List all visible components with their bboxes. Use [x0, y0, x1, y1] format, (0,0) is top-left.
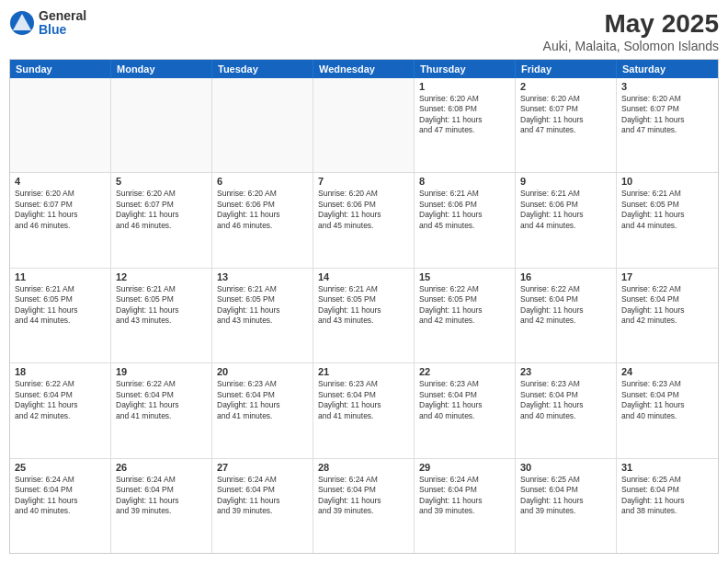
logo-text: General Blue	[39, 9, 86, 38]
day-number: 9	[520, 176, 611, 187]
day-header-wednesday: Wednesday	[313, 60, 415, 78]
day-info: Sunrise: 6:21 AM Sunset: 6:05 PM Dayligh…	[217, 284, 308, 327]
day-info: Sunrise: 6:24 AM Sunset: 6:04 PM Dayligh…	[419, 475, 510, 517]
day-header-tuesday: Tuesday	[212, 60, 313, 78]
day-cell-4: 4Sunrise: 6:20 AM Sunset: 6:07 PM Daylig…	[10, 173, 111, 267]
day-info: Sunrise: 6:22 AM Sunset: 6:05 PM Dayligh…	[419, 284, 510, 327]
day-cell-1: 1Sunrise: 6:20 AM Sunset: 6:08 PM Daylig…	[415, 78, 516, 172]
day-cell-8: 8Sunrise: 6:21 AM Sunset: 6:06 PM Daylig…	[415, 173, 516, 267]
day-info: Sunrise: 6:20 AM Sunset: 6:07 PM Dayligh…	[15, 189, 106, 231]
day-info: Sunrise: 6:23 AM Sunset: 6:04 PM Dayligh…	[520, 379, 611, 421]
day-number: 16	[520, 271, 611, 282]
day-cell-14: 14Sunrise: 6:21 AM Sunset: 6:05 PM Dayli…	[313, 269, 415, 362]
day-cell-19: 19Sunrise: 6:22 AM Sunset: 6:04 PM Dayli…	[111, 363, 212, 457]
calendar: SundayMondayTuesdayWednesdayThursdayFrid…	[9, 59, 719, 554]
day-number: 10	[621, 176, 713, 187]
day-number: 5	[116, 176, 207, 187]
logo-general-text: General	[39, 9, 86, 23]
day-cell-13: 13Sunrise: 6:21 AM Sunset: 6:05 PM Dayli…	[212, 269, 313, 362]
day-cell-6: 6Sunrise: 6:20 AM Sunset: 6:06 PM Daylig…	[212, 173, 313, 267]
day-info: Sunrise: 6:22 AM Sunset: 6:04 PM Dayligh…	[116, 379, 207, 421]
day-info: Sunrise: 6:24 AM Sunset: 6:04 PM Dayligh…	[15, 475, 106, 517]
day-cell-23: 23Sunrise: 6:23 AM Sunset: 6:04 PM Dayli…	[516, 363, 617, 457]
day-header-thursday: Thursday	[415, 60, 516, 78]
day-cell-18: 18Sunrise: 6:22 AM Sunset: 6:04 PM Dayli…	[10, 363, 111, 457]
day-number: 14	[318, 271, 409, 282]
logo-icon	[9, 10, 35, 36]
empty-cell	[10, 78, 111, 172]
day-cell-20: 20Sunrise: 6:23 AM Sunset: 6:04 PM Dayli…	[212, 363, 313, 457]
day-info: Sunrise: 6:20 AM Sunset: 6:07 PM Dayligh…	[520, 94, 611, 136]
day-number: 19	[116, 366, 207, 377]
day-number: 1	[419, 81, 510, 92]
day-info: Sunrise: 6:20 AM Sunset: 6:07 PM Dayligh…	[116, 189, 207, 231]
day-info: Sunrise: 6:20 AM Sunset: 6:06 PM Dayligh…	[318, 189, 409, 231]
day-number: 20	[217, 366, 308, 377]
day-cell-9: 9Sunrise: 6:21 AM Sunset: 6:06 PM Daylig…	[516, 173, 617, 267]
empty-cell	[212, 78, 313, 172]
day-cell-24: 24Sunrise: 6:23 AM Sunset: 6:04 PM Dayli…	[617, 363, 718, 457]
day-cell-25: 25Sunrise: 6:24 AM Sunset: 6:04 PM Dayli…	[10, 459, 111, 553]
day-number: 27	[217, 462, 308, 473]
day-cell-22: 22Sunrise: 6:23 AM Sunset: 6:04 PM Dayli…	[415, 363, 516, 457]
day-number: 13	[217, 271, 308, 282]
day-number: 12	[116, 271, 207, 282]
day-header-saturday: Saturday	[617, 60, 718, 78]
day-cell-29: 29Sunrise: 6:24 AM Sunset: 6:04 PM Dayli…	[415, 459, 516, 553]
day-number: 21	[318, 366, 409, 377]
day-header-monday: Monday	[111, 60, 212, 78]
day-info: Sunrise: 6:21 AM Sunset: 6:05 PM Dayligh…	[116, 284, 207, 327]
day-info: Sunrise: 6:20 AM Sunset: 6:06 PM Dayligh…	[217, 189, 308, 231]
subtitle: Auki, Malaita, Solomon Islands	[543, 39, 719, 53]
day-number: 22	[419, 366, 510, 377]
day-info: Sunrise: 6:20 AM Sunset: 6:08 PM Dayligh…	[419, 94, 510, 136]
day-info: Sunrise: 6:24 AM Sunset: 6:04 PM Dayligh…	[116, 475, 207, 517]
day-info: Sunrise: 6:24 AM Sunset: 6:04 PM Dayligh…	[318, 475, 409, 517]
day-info: Sunrise: 6:22 AM Sunset: 6:04 PM Dayligh…	[15, 379, 106, 421]
day-number: 17	[621, 271, 713, 282]
day-cell-15: 15Sunrise: 6:22 AM Sunset: 6:05 PM Dayli…	[415, 269, 516, 362]
page: General Blue May 2025 Auki, Malaita, Sol…	[0, 0, 728, 563]
day-cell-2: 2Sunrise: 6:20 AM Sunset: 6:07 PM Daylig…	[516, 78, 617, 172]
day-info: Sunrise: 6:23 AM Sunset: 6:04 PM Dayligh…	[318, 379, 409, 421]
day-cell-28: 28Sunrise: 6:24 AM Sunset: 6:04 PM Dayli…	[313, 459, 415, 553]
day-number: 29	[419, 462, 510, 473]
day-cell-10: 10Sunrise: 6:21 AM Sunset: 6:05 PM Dayli…	[617, 173, 718, 267]
day-cell-26: 26Sunrise: 6:24 AM Sunset: 6:04 PM Dayli…	[111, 459, 212, 553]
day-number: 2	[520, 81, 611, 92]
day-info: Sunrise: 6:21 AM Sunset: 6:05 PM Dayligh…	[318, 284, 409, 327]
day-info: Sunrise: 6:23 AM Sunset: 6:04 PM Dayligh…	[621, 379, 713, 421]
week-row-3: 11Sunrise: 6:21 AM Sunset: 6:05 PM Dayli…	[10, 268, 718, 362]
day-number: 26	[116, 462, 207, 473]
logo: General Blue	[9, 9, 86, 38]
day-cell-3: 3Sunrise: 6:20 AM Sunset: 6:07 PM Daylig…	[617, 78, 718, 172]
day-cell-31: 31Sunrise: 6:25 AM Sunset: 6:04 PM Dayli…	[617, 459, 718, 553]
day-number: 3	[621, 81, 713, 92]
day-number: 15	[419, 271, 510, 282]
day-info: Sunrise: 6:25 AM Sunset: 6:04 PM Dayligh…	[621, 475, 713, 517]
day-header-sunday: Sunday	[10, 60, 111, 78]
day-number: 7	[318, 176, 409, 187]
day-number: 23	[520, 366, 611, 377]
day-cell-30: 30Sunrise: 6:25 AM Sunset: 6:04 PM Dayli…	[516, 459, 617, 553]
empty-cell	[111, 78, 212, 172]
header: General Blue May 2025 Auki, Malaita, Sol…	[9, 9, 719, 53]
day-info: Sunrise: 6:23 AM Sunset: 6:04 PM Dayligh…	[217, 379, 308, 421]
day-number: 11	[15, 271, 106, 282]
day-number: 6	[217, 176, 308, 187]
day-cell-21: 21Sunrise: 6:23 AM Sunset: 6:04 PM Dayli…	[313, 363, 415, 457]
day-info: Sunrise: 6:21 AM Sunset: 6:06 PM Dayligh…	[419, 189, 510, 231]
day-number: 24	[621, 366, 713, 377]
week-row-4: 18Sunrise: 6:22 AM Sunset: 6:04 PM Dayli…	[10, 362, 718, 457]
day-info: Sunrise: 6:24 AM Sunset: 6:04 PM Dayligh…	[217, 475, 308, 517]
day-info: Sunrise: 6:21 AM Sunset: 6:05 PM Dayligh…	[15, 284, 106, 327]
title-block: May 2025 Auki, Malaita, Solomon Islands	[543, 9, 719, 53]
day-info: Sunrise: 6:21 AM Sunset: 6:05 PM Dayligh…	[621, 189, 713, 231]
week-row-5: 25Sunrise: 6:24 AM Sunset: 6:04 PM Dayli…	[10, 458, 718, 553]
day-info: Sunrise: 6:22 AM Sunset: 6:04 PM Dayligh…	[621, 284, 713, 327]
day-info: Sunrise: 6:23 AM Sunset: 6:04 PM Dayligh…	[419, 379, 510, 421]
day-number: 25	[15, 462, 106, 473]
day-cell-12: 12Sunrise: 6:21 AM Sunset: 6:05 PM Dayli…	[111, 269, 212, 362]
day-header-friday: Friday	[516, 60, 617, 78]
day-info: Sunrise: 6:25 AM Sunset: 6:04 PM Dayligh…	[520, 475, 611, 517]
